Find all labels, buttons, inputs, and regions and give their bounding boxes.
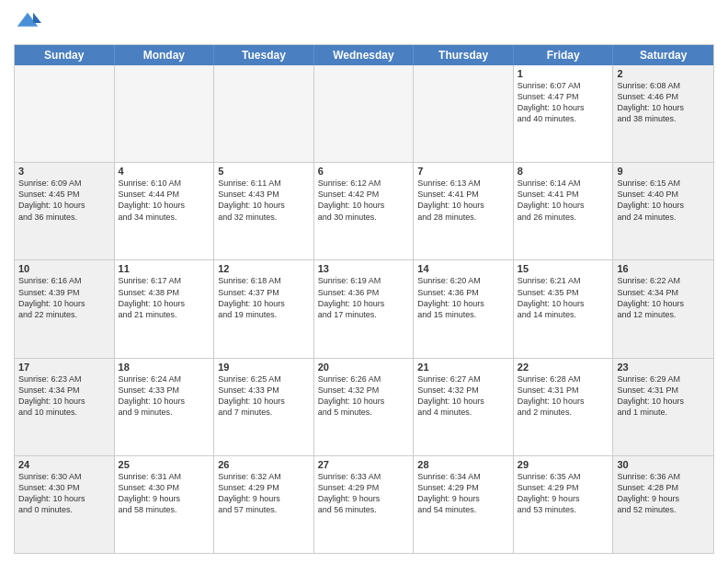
cal-cell: 29Sunrise: 6:35 AMSunset: 4:29 PMDayligh… <box>514 456 614 553</box>
day-number: 27 <box>318 459 410 470</box>
day-number: 26 <box>218 459 310 470</box>
cal-row-3: 17Sunrise: 6:23 AMSunset: 4:34 PMDayligh… <box>15 358 713 455</box>
day-number: 21 <box>417 362 509 373</box>
cal-cell: 19Sunrise: 6:25 AMSunset: 4:33 PMDayligh… <box>214 359 314 455</box>
cal-cell <box>15 65 115 162</box>
day-info: Sunrise: 6:24 AMSunset: 4:33 PMDaylight:… <box>119 373 210 419</box>
header-day-friday: Friday <box>514 45 614 65</box>
day-info: Sunrise: 6:18 AMSunset: 4:37 PMDaylight:… <box>218 275 310 320</box>
day-number: 19 <box>218 362 310 373</box>
svg-marker-1 <box>33 13 41 23</box>
day-info: Sunrise: 6:14 AMSunset: 4:41 PMDaylight:… <box>518 178 609 223</box>
cal-cell: 24Sunrise: 6:30 AMSunset: 4:30 PMDayligh… <box>15 456 115 553</box>
cal-cell: 22Sunrise: 6:28 AMSunset: 4:31 PMDayligh… <box>514 359 614 455</box>
header-day-tuesday: Tuesday <box>214 45 314 65</box>
day-info: Sunrise: 6:12 AMSunset: 4:42 PMDaylight:… <box>318 178 410 223</box>
cal-cell: 1Sunrise: 6:07 AMSunset: 4:47 PMDaylight… <box>514 65 614 162</box>
day-number: 12 <box>218 263 310 274</box>
cal-cell <box>314 65 415 162</box>
day-info: Sunrise: 6:29 AMSunset: 4:31 PMDaylight:… <box>617 373 710 419</box>
day-number: 24 <box>18 459 110 470</box>
cal-cell: 14Sunrise: 6:20 AMSunset: 4:36 PMDayligh… <box>414 260 514 357</box>
header-day-thursday: Thursday <box>414 45 514 65</box>
cal-row-2: 10Sunrise: 6:16 AMSunset: 4:39 PMDayligh… <box>15 259 713 357</box>
day-number: 11 <box>119 263 210 274</box>
cal-row-4: 24Sunrise: 6:30 AMSunset: 4:30 PMDayligh… <box>15 455 713 553</box>
day-number: 7 <box>417 166 509 177</box>
day-number: 22 <box>518 362 609 373</box>
day-number: 3 <box>18 166 110 177</box>
day-number: 4 <box>119 166 210 177</box>
day-info: Sunrise: 6:33 AMSunset: 4:29 PMDaylight:… <box>318 471 410 516</box>
day-number: 5 <box>218 166 310 177</box>
cal-cell: 15Sunrise: 6:21 AMSunset: 4:35 PMDayligh… <box>514 260 614 357</box>
day-number: 10 <box>18 263 110 274</box>
day-number: 15 <box>518 263 609 274</box>
cal-cell: 20Sunrise: 6:26 AMSunset: 4:32 PMDayligh… <box>314 359 415 455</box>
cal-cell <box>214 65 314 162</box>
day-number: 20 <box>318 362 410 373</box>
day-info: Sunrise: 6:22 AMSunset: 4:34 PMDaylight:… <box>617 275 710 320</box>
cal-cell <box>414 65 514 162</box>
day-info: Sunrise: 6:17 AMSunset: 4:38 PMDaylight:… <box>119 275 210 320</box>
day-number: 6 <box>318 166 410 177</box>
header-day-sunday: Sunday <box>15 45 115 65</box>
cal-cell: 11Sunrise: 6:17 AMSunset: 4:38 PMDayligh… <box>115 260 215 357</box>
cal-cell: 25Sunrise: 6:31 AMSunset: 4:30 PMDayligh… <box>115 456 215 553</box>
day-info: Sunrise: 6:23 AMSunset: 4:34 PMDaylight:… <box>18 373 110 419</box>
day-number: 8 <box>518 166 609 177</box>
day-info: Sunrise: 6:08 AMSunset: 4:46 PMDaylight:… <box>617 80 710 125</box>
cal-cell: 28Sunrise: 6:34 AMSunset: 4:29 PMDayligh… <box>414 456 514 553</box>
cal-cell: 2Sunrise: 6:08 AMSunset: 4:46 PMDaylight… <box>613 65 713 162</box>
day-number: 29 <box>518 459 609 470</box>
day-info: Sunrise: 6:34 AMSunset: 4:29 PMDaylight:… <box>417 471 509 516</box>
cal-cell: 5Sunrise: 6:11 AMSunset: 4:43 PMDaylight… <box>214 163 314 259</box>
calendar: SundayMondayTuesdayWednesdayThursdayFrid… <box>14 44 714 554</box>
day-info: Sunrise: 6:09 AMSunset: 4:45 PMDaylight:… <box>18 178 110 223</box>
cal-cell: 23Sunrise: 6:29 AMSunset: 4:31 PMDayligh… <box>613 359 713 455</box>
day-number: 14 <box>417 263 509 274</box>
calendar-header: SundayMondayTuesdayWednesdayThursdayFrid… <box>15 45 713 65</box>
day-info: Sunrise: 6:13 AMSunset: 4:41 PMDaylight:… <box>417 178 509 223</box>
day-info: Sunrise: 6:35 AMSunset: 4:29 PMDaylight:… <box>518 471 609 516</box>
day-info: Sunrise: 6:21 AMSunset: 4:35 PMDaylight:… <box>518 275 609 320</box>
day-info: Sunrise: 6:16 AMSunset: 4:39 PMDaylight:… <box>18 275 110 320</box>
cal-cell: 30Sunrise: 6:36 AMSunset: 4:28 PMDayligh… <box>613 456 713 553</box>
day-info: Sunrise: 6:27 AMSunset: 4:32 PMDaylight:… <box>417 373 509 419</box>
day-number: 2 <box>617 68 710 79</box>
cal-row-1: 3Sunrise: 6:09 AMSunset: 4:45 PMDaylight… <box>15 162 713 259</box>
day-info: Sunrise: 6:36 AMSunset: 4:28 PMDaylight:… <box>617 471 710 516</box>
page: SundayMondayTuesdayWednesdayThursdayFrid… <box>0 0 728 563</box>
logo-icon <box>14 9 41 37</box>
cal-cell: 12Sunrise: 6:18 AMSunset: 4:37 PMDayligh… <box>214 260 314 357</box>
day-number: 28 <box>417 459 509 470</box>
day-info: Sunrise: 6:30 AMSunset: 4:30 PMDaylight:… <box>18 471 110 516</box>
day-info: Sunrise: 6:15 AMSunset: 4:40 PMDaylight:… <box>617 178 710 223</box>
header-day-saturday: Saturday <box>613 45 713 65</box>
cal-cell: 27Sunrise: 6:33 AMSunset: 4:29 PMDayligh… <box>314 456 415 553</box>
cal-cell: 21Sunrise: 6:27 AMSunset: 4:32 PMDayligh… <box>414 359 514 455</box>
day-number: 23 <box>617 362 710 373</box>
cal-row-0: 1Sunrise: 6:07 AMSunset: 4:47 PMDaylight… <box>15 65 713 162</box>
header-day-monday: Monday <box>115 45 215 65</box>
day-number: 9 <box>617 166 710 177</box>
day-number: 17 <box>18 362 110 373</box>
cal-cell <box>115 65 215 162</box>
cal-cell: 26Sunrise: 6:32 AMSunset: 4:29 PMDayligh… <box>214 456 314 553</box>
day-info: Sunrise: 6:28 AMSunset: 4:31 PMDaylight:… <box>518 373 609 419</box>
cal-cell: 3Sunrise: 6:09 AMSunset: 4:45 PMDaylight… <box>15 163 115 259</box>
cal-cell: 9Sunrise: 6:15 AMSunset: 4:40 PMDaylight… <box>613 163 713 259</box>
day-info: Sunrise: 6:20 AMSunset: 4:36 PMDaylight:… <box>417 275 509 320</box>
day-number: 1 <box>518 68 609 79</box>
header <box>14 9 714 37</box>
cal-cell: 7Sunrise: 6:13 AMSunset: 4:41 PMDaylight… <box>414 163 514 259</box>
calendar-body: 1Sunrise: 6:07 AMSunset: 4:47 PMDaylight… <box>15 65 713 553</box>
cal-cell: 8Sunrise: 6:14 AMSunset: 4:41 PMDaylight… <box>514 163 614 259</box>
cal-cell: 13Sunrise: 6:19 AMSunset: 4:36 PMDayligh… <box>314 260 415 357</box>
day-number: 25 <box>119 459 210 470</box>
cal-cell: 17Sunrise: 6:23 AMSunset: 4:34 PMDayligh… <box>15 359 115 455</box>
day-info: Sunrise: 6:31 AMSunset: 4:30 PMDaylight:… <box>119 471 210 516</box>
day-number: 16 <box>617 263 710 274</box>
day-info: Sunrise: 6:25 AMSunset: 4:33 PMDaylight:… <box>218 373 310 419</box>
day-number: 18 <box>119 362 210 373</box>
